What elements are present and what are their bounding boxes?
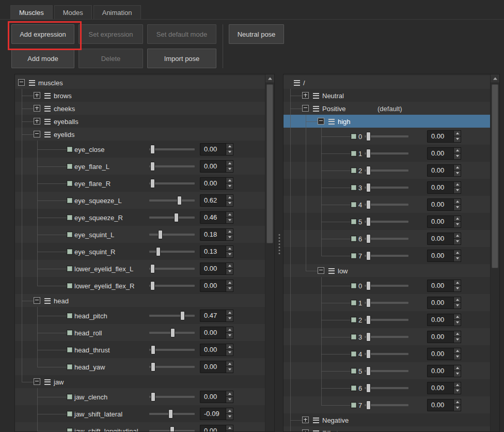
slider-handle[interactable] <box>366 217 371 226</box>
spin-up-button[interactable] <box>453 181 461 188</box>
spin-down-button[interactable] <box>453 320 461 326</box>
value-spinbox[interactable]: 0.00 <box>200 143 233 156</box>
muscle-checkbox-icon[interactable] <box>67 214 73 221</box>
slider-handle[interactable] <box>366 281 371 290</box>
muscle-checkbox-icon[interactable] <box>67 428 73 432</box>
muscle-checkbox-icon[interactable] <box>67 146 73 152</box>
value-slider[interactable] <box>365 400 408 410</box>
tree-item-lower-eyelid-flex-l[interactable]: lower_eyelid_flex_L0.00 <box>15 260 265 277</box>
value-slider[interactable] <box>149 426 195 432</box>
neutral-pose-button[interactable]: Neutral pose <box>229 24 284 44</box>
value-slider[interactable] <box>149 311 195 320</box>
tab-animation[interactable]: Animation <box>93 5 141 19</box>
scroll-up-icon[interactable] <box>265 74 274 83</box>
slider-handle[interactable] <box>366 200 371 209</box>
tree-group-brows[interactable]: brows <box>15 89 265 102</box>
spin-down-button[interactable] <box>226 414 233 420</box>
spin-up-button[interactable] <box>453 297 461 303</box>
value-slider[interactable] <box>365 234 408 243</box>
spin-up-button[interactable] <box>226 177 233 184</box>
spin-up-button[interactable] <box>453 365 461 372</box>
value-slider[interactable] <box>365 149 408 158</box>
spin-up-button[interactable] <box>226 211 233 218</box>
value-spinbox[interactable]: 0.00 <box>427 314 461 326</box>
spin-up-button[interactable] <box>226 310 233 316</box>
spin-down-button[interactable] <box>453 303 461 309</box>
value-spinbox[interactable]: 0.00 <box>200 160 233 173</box>
muscle-checkbox-icon[interactable] <box>351 184 357 191</box>
spin-up-button[interactable] <box>453 348 461 354</box>
value-slider[interactable] <box>365 217 408 226</box>
muscle-checkbox-icon[interactable] <box>67 364 73 370</box>
collapse-toggle-icon[interactable] <box>18 79 25 86</box>
tree-item-1[interactable]: 10.00 <box>284 294 490 311</box>
value-slider[interactable] <box>149 179 195 188</box>
slider-handle[interactable] <box>366 332 371 342</box>
value-slider[interactable] <box>365 383 408 393</box>
spin-down-button[interactable] <box>453 371 461 377</box>
tree-item-head-pitch[interactable]: head_pitch0.47 <box>15 307 265 324</box>
import-pose-button[interactable]: Import pose <box>147 49 216 68</box>
value-spinbox[interactable]: 0.46 <box>200 211 233 224</box>
value-slider[interactable] <box>149 362 195 372</box>
value-spinbox[interactable]: 0.00 <box>200 391 233 403</box>
spin-up-button[interactable] <box>453 198 461 205</box>
spin-down-button[interactable] <box>453 354 461 360</box>
muscle-checkbox-icon[interactable] <box>351 334 357 340</box>
tree-group-eyeballs[interactable]: eyeballs <box>15 115 265 128</box>
panel-splitter[interactable] <box>276 74 282 432</box>
value-slider[interactable] <box>365 183 408 192</box>
spin-up-button[interactable] <box>453 280 461 286</box>
tree-item-head-thrust[interactable]: head_thrust0.00 <box>15 341 265 358</box>
spin-up-button[interactable] <box>226 263 233 269</box>
spin-down-button[interactable] <box>226 166 233 173</box>
expand-toggle-icon[interactable] <box>302 416 309 423</box>
scroll-up-icon[interactable] <box>491 74 499 83</box>
tree-group-negative[interactable]: Negative <box>284 413 490 426</box>
value-spinbox[interactable]: 0.00 <box>427 382 461 394</box>
value-spinbox[interactable]: 0.00 <box>427 250 461 262</box>
value-slider[interactable] <box>365 281 408 290</box>
value-spinbox[interactable]: 0.00 <box>427 198 461 211</box>
spin-up-button[interactable] <box>226 194 233 201</box>
tree-item-7[interactable]: 70.00 <box>284 247 490 264</box>
value-spinbox[interactable]: -0.09 <box>200 408 233 420</box>
tree-item-jaw-shift-longitudinal[interactable]: jaw_shift_longitudinal0.00 <box>15 422 265 431</box>
slider-handle[interactable] <box>180 311 185 320</box>
spin-down-button[interactable] <box>226 252 233 258</box>
muscle-checkbox-icon[interactable] <box>351 253 357 259</box>
spin-up-button[interactable] <box>226 391 233 397</box>
value-slider[interactable] <box>365 366 408 376</box>
value-spinbox[interactable]: 0.00 <box>427 331 461 343</box>
spin-up-button[interactable] <box>453 331 461 337</box>
slider-handle[interactable] <box>366 251 371 260</box>
collapse-toggle-icon[interactable] <box>34 131 40 137</box>
tree-item-eye-squeeze-l[interactable]: eye_squeeze_L0.62 <box>15 192 265 209</box>
muscle-checkbox-icon[interactable] <box>67 266 73 272</box>
slider-handle[interactable] <box>366 315 371 325</box>
slider-handle[interactable] <box>366 132 371 141</box>
tree-item-head-yaw[interactable]: head_yaw0.00 <box>15 358 265 375</box>
slider-handle[interactable] <box>366 298 371 307</box>
value-spinbox[interactable]: 0.00 <box>427 280 461 292</box>
value-slider[interactable] <box>365 200 408 209</box>
add-expression-button[interactable]: Add expression <box>11 24 74 44</box>
right-scrollbar[interactable] <box>490 74 499 431</box>
spin-down-button[interactable] <box>453 222 461 228</box>
value-slider[interactable] <box>149 247 195 256</box>
tree-item-jaw-clench[interactable]: jaw_clench0.00 <box>15 388 265 405</box>
tree-item-5[interactable]: 50.00 <box>284 213 490 230</box>
muscle-checkbox-icon[interactable] <box>67 180 73 187</box>
tree-item-eye-flare-r[interactable]: eye_flare_R0.00 <box>15 175 265 192</box>
tree-item-7[interactable]: 70.00 <box>284 396 490 413</box>
muscle-checkbox-icon[interactable] <box>67 394 73 400</box>
slider-handle[interactable] <box>150 145 155 154</box>
value-slider[interactable] <box>149 281 195 290</box>
spin-up-button[interactable] <box>453 399 461 406</box>
value-spinbox[interactable]: 0.13 <box>200 245 233 258</box>
value-spinbox[interactable]: 0.00 <box>200 344 233 356</box>
muscle-checkbox-icon[interactable] <box>351 219 357 225</box>
spin-down-button[interactable] <box>226 149 233 156</box>
value-spinbox[interactable]: 0.00 <box>427 233 461 245</box>
tree-item-6[interactable]: 60.00 <box>284 230 490 247</box>
